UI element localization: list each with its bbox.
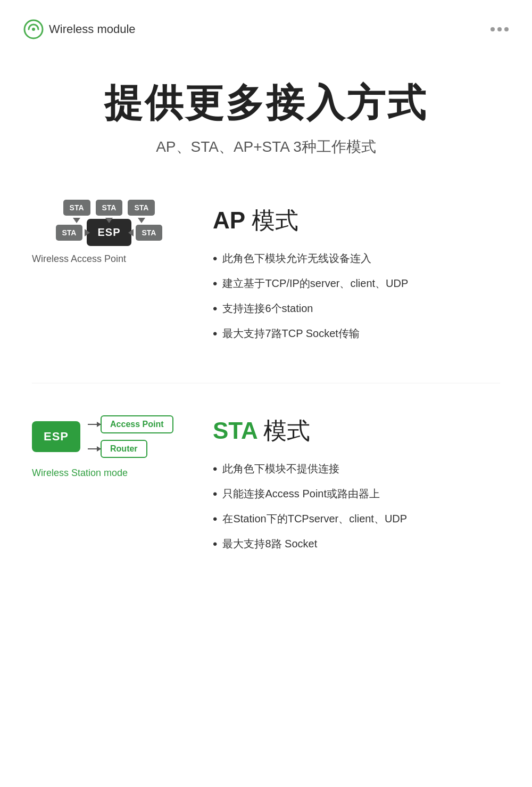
ap-diagram-caption: Wireless Access Point — [32, 253, 186, 265]
arrow-right-left — [85, 229, 90, 236]
sta-bullet-list: 此角色下模块不提供连接 只能连接Access Point或路由器上 在Stati… — [213, 462, 500, 552]
logo-icon — [23, 19, 44, 39]
sta-mode-heading: STA 模式 — [213, 415, 500, 447]
sta-arrow-group: Access Point Router — [88, 415, 173, 458]
app-header: Wireless module — [0, 0, 532, 39]
router-label: Router — [101, 440, 147, 458]
hero-subtitle: AP、STA、AP+STA 3种工作模式 — [23, 137, 509, 157]
dot3 — [504, 27, 509, 31]
arrow-down-3 — [138, 218, 145, 223]
app-title: Wireless module — [49, 22, 136, 36]
arrowhead-router — [97, 446, 101, 452]
arrowhead-ap — [97, 422, 101, 427]
sta-bullet-1: 此角色下模块不提供连接 — [213, 462, 500, 477]
sta-chip-2: STA — [96, 200, 123, 216]
ap-bullet-list: 此角色下模块允许无线设备连入 建立基于TCP/IP的server、client、… — [213, 251, 500, 341]
sta-heading-prefix: STA — [213, 417, 257, 444]
sta-arrow-ap: Access Point — [88, 415, 173, 433]
arrow-left-right — [128, 229, 134, 236]
sta-arrow-router: Router — [88, 440, 147, 458]
sta-mode-section: ESP Access Point Router Wireless Stat — [0, 383, 532, 593]
ap-top-row: STA STA STA — [63, 200, 155, 216]
ap-bullet-4: 最大支持7路TCP Socket传输 — [213, 326, 500, 342]
ap-heading-suffix: 模式 — [252, 207, 298, 233]
sta-mode-content: STA 模式 此角色下模块不提供连接 只能连接Access Point或路由器上… — [213, 410, 500, 561]
sta-bullet-4: 最大支持8路 Socket — [213, 537, 500, 552]
arrow-down-2 — [105, 218, 113, 223]
sta-chip-right: STA — [136, 225, 163, 241]
header-left: Wireless module — [23, 19, 136, 39]
sta-diagram: ESP Access Point Router Wireless Stat — [32, 410, 186, 479]
more-options-button[interactable] — [491, 27, 509, 31]
sta-bullet-2: 只能连接Access Point或路由器上 — [213, 487, 500, 502]
ap-nodes: STA STA STA STA ESP — [32, 200, 186, 246]
svg-point-1 — [32, 28, 35, 31]
dot2 — [497, 27, 502, 31]
ap-bullet-1: 此角色下模块允许无线设备连入 — [213, 251, 500, 267]
ap-diagram: STA STA STA STA ESP — [32, 200, 186, 265]
sta-bullet-3: 在Station下的TCPserver、client、UDP — [213, 512, 500, 527]
arrow-line-ap — [88, 424, 101, 425]
ap-bullet-2: 建立基于TCP/IP的server、client、UDP — [213, 276, 500, 292]
access-point-label: Access Point — [101, 415, 173, 433]
ap-mode-heading: AP 模式 — [213, 205, 500, 236]
hero-title: 提供更多接入方式 — [23, 82, 509, 124]
arrow-down-1 — [73, 218, 80, 223]
sta-chip-3: STA — [128, 200, 155, 216]
sta-diagram-box: ESP Access Point Router — [32, 415, 186, 458]
arrow-line-router — [88, 448, 101, 449]
sta-diagram-caption: Wireless Station mode — [32, 468, 186, 479]
ap-bullet-3: 支持连接6个station — [213, 301, 500, 317]
ap-mode-section: STA STA STA STA ESP — [0, 189, 532, 383]
sta-chip-1: STA — [63, 200, 90, 216]
dot1 — [491, 27, 495, 31]
esp-chip-sta: ESP — [32, 421, 80, 452]
ap-mode-content: AP 模式 此角色下模块允许无线设备连入 建立基于TCP/IP的server、c… — [213, 200, 500, 351]
hero-section: 提供更多接入方式 AP、STA、AP+STA 3种工作模式 — [0, 39, 532, 189]
sta-chip-left: STA — [56, 225, 83, 241]
ap-heading-prefix: AP — [213, 207, 245, 233]
sta-heading-suffix: 模式 — [263, 417, 310, 444]
